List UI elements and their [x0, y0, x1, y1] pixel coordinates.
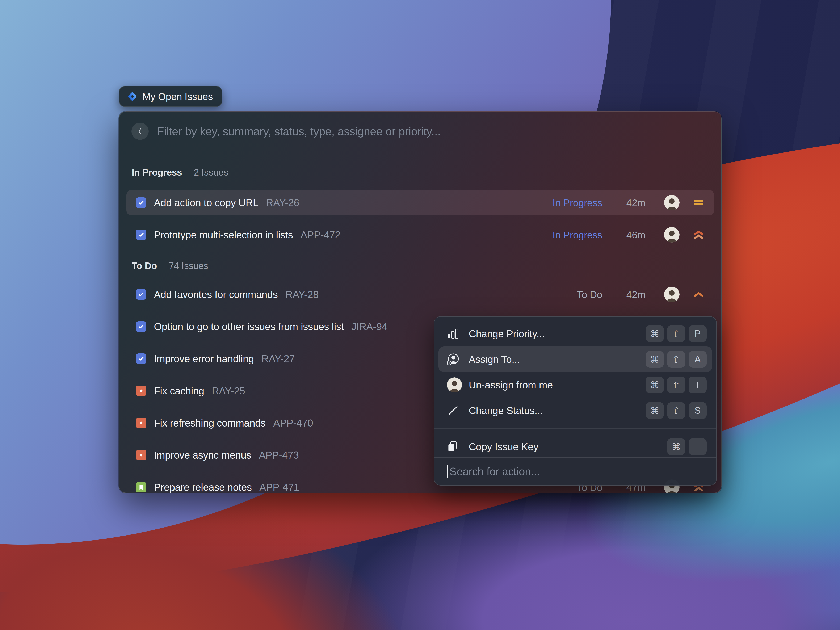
priority-highest-icon — [693, 229, 705, 240]
keycap — [688, 438, 707, 455]
updated-time: 46m — [622, 229, 646, 241]
tag-label: My Open Issues — [142, 91, 213, 102]
issue-key: APP-471 — [259, 482, 299, 493]
issue-key: APP-472 — [300, 229, 340, 241]
back-button[interactable] — [131, 123, 149, 140]
menu-item-label: Change Status... — [469, 405, 543, 417]
shortcut-keys: ⌘⇧I — [646, 377, 707, 393]
shortcut-keys: ⌘⇧S — [646, 402, 707, 419]
action-search-field[interactable]: Search for action... — [434, 457, 716, 485]
menu-item-label: Change Priority... — [469, 328, 545, 339]
assignee-avatar — [664, 227, 680, 243]
assignee-avatar — [664, 195, 680, 210]
keycap: ⌘ — [646, 325, 664, 342]
action-search-placeholder: Search for action... — [449, 465, 540, 478]
issue-title: Prepare release notes — [154, 482, 252, 493]
keycap: ⇧ — [667, 325, 685, 342]
story-type-icon[interactable] — [136, 482, 146, 493]
keycap: ⇧ — [667, 377, 685, 393]
jira-diamond-icon — [127, 92, 137, 101]
menu-divider — [434, 428, 716, 429]
menu-item[interactable]: Change Priority...⌘⇧P — [439, 321, 712, 346]
filter-input[interactable]: Filter by key, summary, status, type, as… — [157, 125, 441, 138]
assign-person-icon — [447, 353, 463, 366]
keycap: ⇧ — [667, 351, 685, 368]
status-text: In Progress — [553, 197, 602, 208]
updated-time: 42m — [622, 289, 646, 300]
issue-title: Prototype multi-selection in lists — [154, 229, 293, 241]
keycap: A — [688, 351, 707, 368]
menu-item-label: Un-assign from me — [469, 379, 553, 391]
updated-time: 42m — [622, 197, 646, 208]
issue-row[interactable]: Prototype multi-selection in listsAPP-47… — [126, 222, 714, 248]
section-header: In Progress2 Issues — [132, 166, 714, 179]
action-menu-items: Change Priority...⌘⇧PAssign To...⌘⇧A Un-… — [434, 317, 716, 457]
issue-key: RAY-28 — [286, 289, 319, 300]
issue-title: Fix refreshing commands — [154, 417, 266, 429]
text-cursor — [447, 465, 448, 478]
shortcut-keys: ⌘ — [667, 438, 707, 455]
issue-row[interactable]: Add favorites for commandsRAY-28To Do42m — [126, 282, 714, 307]
status-text: To Do — [577, 289, 602, 300]
checkbox-checked-icon[interactable] — [136, 289, 146, 300]
keycap: I — [688, 377, 707, 393]
keycap: ⇧ — [667, 402, 685, 419]
shortcut-keys: ⌘⇧P — [646, 325, 707, 342]
user-avatar-icon — [447, 377, 463, 393]
issue-title: Add action to copy URL — [154, 197, 259, 208]
checkbox-checked-icon[interactable] — [136, 197, 146, 208]
priority-chart-icon — [447, 328, 463, 339]
menu-item[interactable]: Copy Issue Key⌘ — [439, 434, 712, 457]
section-count: 74 Issues — [169, 261, 208, 271]
task-type-icon[interactable] — [136, 385, 146, 396]
checkbox-checked-icon[interactable] — [136, 354, 146, 364]
priority-medium-icon — [693, 199, 705, 207]
assignee-avatar — [664, 287, 680, 302]
pencil-icon — [447, 405, 463, 417]
chevron-left-icon — [137, 127, 143, 136]
keycap: S — [688, 402, 707, 419]
issue-key: RAY-26 — [266, 197, 299, 208]
keycap: ⌘ — [646, 402, 664, 419]
keycap: ⌘ — [667, 438, 685, 455]
issue-key: RAY-27 — [261, 353, 295, 365]
section-count: 2 Issues — [194, 167, 228, 178]
search-bar: Filter by key, summary, status, type, as… — [119, 112, 721, 151]
checkbox-checked-icon[interactable] — [136, 229, 146, 240]
section-title: To Do — [132, 261, 157, 271]
status-text: In Progress — [553, 229, 602, 241]
keycap: P — [688, 325, 707, 342]
menu-item[interactable]: Change Status...⌘⇧S — [439, 398, 712, 423]
issue-title: Option to go to other issues from issues… — [154, 321, 344, 332]
issue-title: Improve async menus — [154, 449, 251, 461]
task-type-icon[interactable] — [136, 418, 146, 428]
section-title: In Progress — [132, 167, 182, 178]
keycap: ⌘ — [646, 377, 664, 393]
issue-title: Add favorites for commands — [154, 289, 278, 300]
issue-title: Fix caching — [154, 385, 204, 397]
checkbox-checked-icon[interactable] — [136, 321, 146, 332]
issue-key: RAY-25 — [212, 385, 245, 397]
action-menu: Change Priority...⌘⇧PAssign To...⌘⇧A Un-… — [434, 316, 717, 486]
issue-row[interactable]: Add action to copy URLRAY-26In Progress4… — [126, 190, 714, 215]
shortcut-keys: ⌘⇧A — [646, 351, 707, 368]
task-type-icon[interactable] — [136, 450, 146, 460]
issue-key: APP-470 — [273, 417, 313, 429]
menu-item-label: Assign To... — [469, 354, 520, 365]
issue-key: APP-473 — [259, 449, 299, 461]
section-header: To Do74 Issues — [132, 259, 714, 272]
menu-item[interactable]: Un-assign from me⌘⇧I — [439, 372, 712, 398]
keycap: ⌘ — [646, 351, 664, 368]
menu-item-label: Copy Issue Key — [469, 441, 538, 453]
desktop: My Open Issues Filter by key, summary, s… — [0, 0, 840, 630]
issue-title: Improve error handling — [154, 353, 254, 365]
priority-high-icon — [693, 291, 705, 298]
my-open-issues-tag[interactable]: My Open Issues — [119, 86, 223, 107]
menu-item[interactable]: Assign To...⌘⇧A — [439, 346, 712, 372]
issue-key: JIRA-94 — [351, 321, 387, 332]
copy-icon — [447, 441, 463, 453]
